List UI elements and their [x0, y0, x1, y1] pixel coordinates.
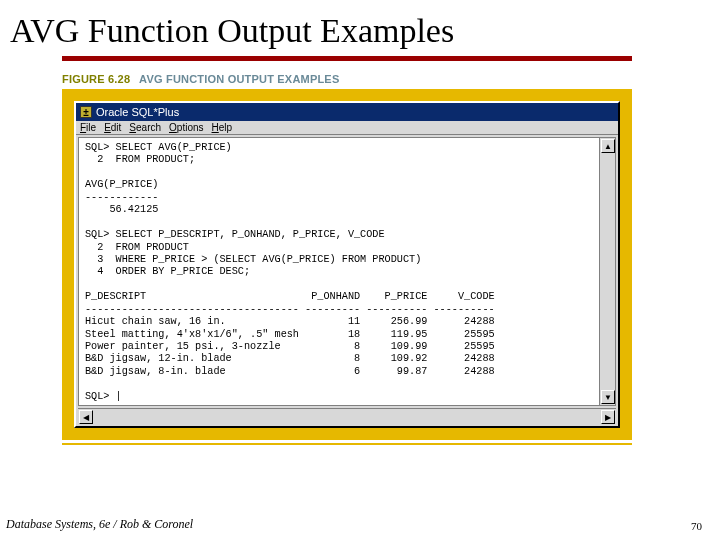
scroll-left-icon[interactable]: ◀ — [79, 410, 93, 424]
figure-number: FIGURE 6.28 — [62, 73, 130, 85]
slide-title: AVG Function Output Examples — [0, 0, 720, 56]
scroll-up-icon[interactable]: ▲ — [601, 139, 615, 153]
client-area: SQL> SELECT AVG(P_PRICE) 2 FROM PRODUCT;… — [78, 137, 616, 406]
figure-caption: FIGURE 6.28 AVG FUNCTION OUTPUT EXAMPLES — [62, 73, 720, 85]
vertical-scrollbar[interactable]: ▲ ▼ — [599, 138, 615, 405]
title-underline — [62, 56, 632, 61]
menu-options[interactable]: Options — [169, 122, 203, 133]
menubar: File Edit Search Options Help — [76, 121, 618, 135]
page-number: 70 — [691, 520, 702, 532]
app-icon: ± — [80, 106, 92, 118]
menu-edit[interactable]: Edit — [104, 122, 121, 133]
panel-bottom-accent — [62, 443, 632, 445]
slide-footer: Database Systems, 6e / Rob & Coronel 70 — [0, 517, 720, 532]
figure-caption-text: AVG FUNCTION OUTPUT EXAMPLES — [139, 73, 339, 85]
scroll-right-icon[interactable]: ▶ — [601, 410, 615, 424]
footer-text: Database Systems, 6e / Rob & Coronel — [6, 517, 193, 532]
scroll-down-icon[interactable]: ▼ — [601, 390, 615, 404]
menu-search[interactable]: Search — [129, 122, 161, 133]
sql-output[interactable]: SQL> SELECT AVG(P_PRICE) 2 FROM PRODUCT;… — [79, 138, 599, 405]
sqlplus-window: ± Oracle SQL*Plus File Edit Search Optio… — [74, 101, 620, 428]
menu-file[interactable]: File — [80, 122, 96, 133]
window-titlebar[interactable]: ± Oracle SQL*Plus — [76, 103, 618, 121]
menu-help[interactable]: Help — [212, 122, 233, 133]
horizontal-scrollbar[interactable]: ◀ ▶ — [78, 408, 616, 424]
window-title: Oracle SQL*Plus — [96, 106, 179, 118]
figure-panel: ± Oracle SQL*Plus File Edit Search Optio… — [62, 89, 632, 440]
